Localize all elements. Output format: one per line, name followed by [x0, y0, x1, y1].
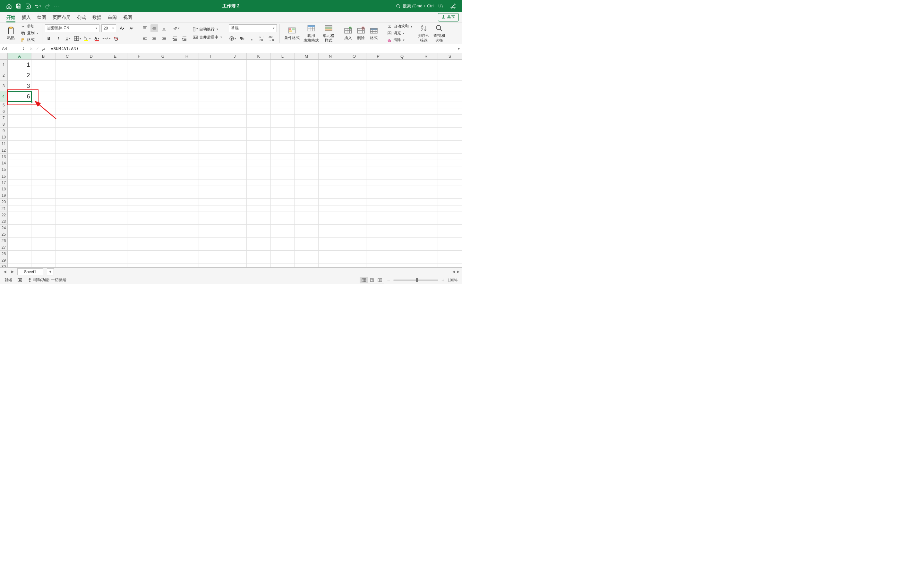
cell-E20[interactable] — [103, 199, 128, 205]
cell-J9[interactable] — [223, 127, 247, 134]
cell-C6[interactable] — [55, 108, 79, 115]
cell-N24[interactable] — [318, 225, 342, 231]
cell-A12[interactable] — [8, 147, 32, 153]
cell-E3[interactable] — [103, 81, 128, 91]
fill-color-button[interactable]: ▾ — [83, 35, 91, 42]
cell-P26[interactable] — [367, 237, 391, 244]
cell-E24[interactable] — [103, 225, 128, 231]
cell-M29[interactable] — [294, 257, 318, 263]
col-header-C[interactable]: C — [55, 53, 79, 59]
cell-N15[interactable] — [318, 166, 342, 173]
cell-F29[interactable] — [128, 257, 152, 263]
cell-G16[interactable] — [151, 173, 175, 179]
cell-J29[interactable] — [223, 257, 247, 263]
cell-E23[interactable] — [103, 218, 128, 225]
cell-E29[interactable] — [103, 257, 128, 263]
cell-D4[interactable] — [79, 91, 103, 102]
cell-M18[interactable] — [294, 186, 318, 192]
cell-S3[interactable] — [438, 81, 462, 91]
cell-G14[interactable] — [151, 160, 175, 166]
cell-S16[interactable] — [438, 173, 462, 179]
cell-O2[interactable] — [342, 70, 367, 81]
cell-S20[interactable] — [438, 199, 462, 205]
cell-C28[interactable] — [55, 251, 79, 257]
cell-K17[interactable] — [247, 179, 271, 186]
format-cells-button[interactable]: 格式 — [367, 25, 380, 41]
tab-review[interactable]: 审阅 — [105, 12, 120, 23]
cell-E14[interactable] — [103, 160, 128, 166]
cell-P2[interactable] — [367, 70, 391, 81]
cell-I5[interactable] — [199, 102, 223, 108]
row-header-8[interactable]: 8 — [0, 121, 8, 127]
cell-A14[interactable] — [8, 160, 32, 166]
cell-G5[interactable] — [151, 102, 175, 108]
cell-N8[interactable] — [318, 121, 342, 127]
cell-C20[interactable] — [55, 199, 79, 205]
cell-O17[interactable] — [342, 179, 367, 186]
cell-O24[interactable] — [342, 225, 367, 231]
cell-J17[interactable] — [223, 179, 247, 186]
cell-N23[interactable] — [318, 218, 342, 225]
cell-M9[interactable] — [294, 127, 318, 134]
cell-L12[interactable] — [271, 147, 295, 153]
cell-L25[interactable] — [271, 231, 295, 237]
cell-E22[interactable] — [103, 212, 128, 218]
cell-M26[interactable] — [294, 237, 318, 244]
cell-J18[interactable] — [223, 186, 247, 192]
cell-C25[interactable] — [55, 231, 79, 237]
cell-K4[interactable] — [247, 91, 271, 102]
cell-R2[interactable] — [414, 70, 438, 81]
cell-K1[interactable] — [247, 60, 271, 70]
spreadsheet-grid[interactable]: ABCDEFGHIJKLMNOPQRS 11223346567891011121… — [0, 53, 462, 268]
cell-S7[interactable] — [438, 115, 462, 121]
cell-P4[interactable] — [367, 91, 391, 102]
cell-P29[interactable] — [367, 257, 391, 263]
cell-B22[interactable] — [31, 212, 55, 218]
cell-A15[interactable] — [8, 166, 32, 173]
cell-E9[interactable] — [103, 127, 128, 134]
cell-S24[interactable] — [438, 225, 462, 231]
cell-R14[interactable] — [414, 160, 438, 166]
cell-Q1[interactable] — [390, 60, 414, 70]
cell-J13[interactable] — [223, 153, 247, 160]
cell-S4[interactable] — [438, 91, 462, 102]
cell-H13[interactable] — [175, 153, 199, 160]
row-header-12[interactable]: 12 — [0, 147, 8, 153]
cell-A5[interactable] — [8, 102, 32, 108]
cell-G9[interactable] — [151, 127, 175, 134]
cell-S22[interactable] — [438, 212, 462, 218]
cell-R23[interactable] — [414, 218, 438, 225]
cell-I3[interactable] — [199, 81, 223, 91]
cell-L15[interactable] — [271, 166, 295, 173]
cell-K27[interactable] — [247, 244, 271, 251]
fx-icon[interactable]: fx — [42, 46, 45, 51]
col-header-K[interactable]: K — [247, 53, 271, 59]
cell-N16[interactable] — [318, 173, 342, 179]
cell-Q18[interactable] — [390, 186, 414, 192]
cell-H17[interactable] — [175, 179, 199, 186]
cell-O27[interactable] — [342, 244, 367, 251]
underline-button[interactable]: U▾ — [64, 35, 72, 42]
align-right-button[interactable] — [160, 35, 168, 42]
cell-N22[interactable] — [318, 212, 342, 218]
cell-J20[interactable] — [223, 199, 247, 205]
cell-C9[interactable] — [55, 127, 79, 134]
cell-J16[interactable] — [223, 173, 247, 179]
cell-S1[interactable] — [438, 60, 462, 70]
cell-C11[interactable] — [55, 141, 79, 147]
cell-E21[interactable] — [103, 205, 128, 212]
cell-F5[interactable] — [128, 102, 152, 108]
cell-G7[interactable] — [151, 115, 175, 121]
cell-N7[interactable] — [318, 115, 342, 121]
cell-S11[interactable] — [438, 141, 462, 147]
cell-J25[interactable] — [223, 231, 247, 237]
cell-D1[interactable] — [79, 60, 103, 70]
cell-G22[interactable] — [151, 212, 175, 218]
cell-J15[interactable] — [223, 166, 247, 173]
cell-F24[interactable] — [128, 225, 152, 231]
cell-P11[interactable] — [367, 141, 391, 147]
cell-A7[interactable] — [8, 115, 32, 121]
cell-H29[interactable] — [175, 257, 199, 263]
cell-D24[interactable] — [79, 225, 103, 231]
cell-Q28[interactable] — [390, 251, 414, 257]
